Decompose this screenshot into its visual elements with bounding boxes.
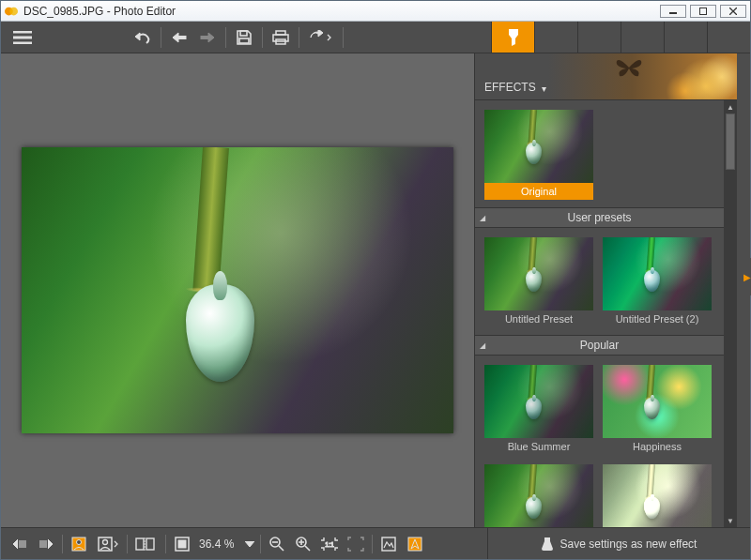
svg-rect-5: [13, 37, 32, 38]
section-user-presets[interactable]: ◢ User presets: [475, 207, 724, 228]
section-label: Popular: [490, 339, 724, 352]
svg-rect-10: [239, 38, 249, 43]
panel-scrollbar[interactable]: ▲ ▼: [724, 100, 737, 527]
svg-rect-19: [682, 34, 694, 45]
effect-thumb[interactable]: Happiness: [603, 365, 712, 455]
maximize-button[interactable]: [690, 5, 716, 18]
tab-retouch[interactable]: [621, 22, 664, 53]
window-title: DSC_0985.JPG - Photo Editor: [23, 5, 660, 18]
svg-text:1:1: 1:1: [325, 541, 334, 548]
effect-thumb[interactable]: Blue Summer: [484, 365, 593, 455]
tab-effects[interactable]: [491, 22, 534, 53]
view-mode-single-button[interactable]: [66, 528, 92, 559]
svg-rect-9: [240, 31, 247, 36]
section-label: User presets: [490, 211, 724, 224]
actual-size-button[interactable]: 1:1: [316, 528, 343, 559]
app-icon: [5, 5, 18, 18]
tab-crop[interactable]: [534, 22, 577, 53]
navigator-button[interactable]: [402, 528, 428, 559]
bottom-toolbar: 36.4 % 1:1 Save settings as new effect: [1, 527, 750, 559]
undo-button[interactable]: [129, 22, 157, 53]
effect-thumb[interactable]: Untitled Preset (2): [603, 237, 712, 327]
svg-rect-8: [201, 36, 210, 38]
close-button[interactable]: [720, 5, 746, 18]
svg-rect-7: [176, 36, 186, 38]
side-expand-handle[interactable]: ▶: [743, 258, 751, 295]
scroll-down-icon[interactable]: ▼: [726, 516, 735, 525]
effects-panel: EFFECTS ▾ Original ◢: [474, 53, 737, 527]
svg-rect-27: [178, 540, 186, 548]
histogram-button[interactable]: [376, 528, 402, 559]
zoom-dropdown[interactable]: [242, 528, 257, 559]
svg-point-16: [596, 40, 600, 44]
zoom-in-button[interactable]: [290, 528, 316, 559]
forward-button[interactable]: [193, 22, 222, 53]
compare-split-button[interactable]: [130, 528, 162, 559]
scroll-up-icon[interactable]: ▲: [726, 102, 735, 112]
thumb-label: Blue Summer: [484, 438, 593, 455]
minimize-button[interactable]: [660, 5, 686, 18]
thumb-label: Happiness: [603, 438, 712, 455]
scroll-thumb[interactable]: [726, 114, 735, 170]
zoom-level: 36.4 %: [199, 537, 238, 551]
section-popular[interactable]: ◢ Popular: [475, 335, 724, 356]
image-canvas[interactable]: [22, 147, 453, 433]
thumb-label: Untitled Preset (2): [603, 310, 712, 327]
svg-rect-6: [13, 42, 32, 44]
prev-image-button[interactable]: [7, 528, 33, 559]
effect-thumb-original[interactable]: Original: [484, 110, 593, 200]
save-button[interactable]: [230, 22, 258, 53]
flowers-decoration: [634, 53, 737, 100]
effects-header-label: EFFECTS: [484, 81, 536, 94]
disclosure-triangle-icon: ◢: [475, 214, 490, 222]
chevron-down-icon: ▾: [542, 83, 546, 94]
tab-text[interactable]: [707, 22, 750, 53]
effects-header[interactable]: EFFECTS ▾: [475, 53, 737, 100]
flask-icon: [542, 537, 553, 552]
effect-thumb[interactable]: [484, 464, 593, 527]
view-mode-compare-button[interactable]: [92, 528, 124, 559]
svg-point-14: [594, 31, 598, 35]
disclosure-triangle-icon: ◢: [475, 341, 490, 350]
next-image-button[interactable]: [33, 528, 59, 559]
svg-rect-24: [136, 538, 144, 550]
thumb-label: Original: [484, 183, 593, 200]
menu-button[interactable]: [8, 22, 37, 53]
canvas-area[interactable]: [1, 53, 474, 527]
scroll-track[interactable]: [726, 114, 735, 514]
tab-adjust[interactable]: [577, 22, 621, 53]
svg-point-23: [103, 539, 108, 544]
save-effect-label: Save settings as new effect: [560, 537, 697, 551]
mode-tabs: [491, 22, 750, 53]
back-button[interactable]: [165, 22, 193, 53]
thumb-label: Untitled Preset: [484, 310, 593, 327]
window-controls: [660, 5, 746, 18]
window-titlebar: DSC_0985.JPG - Photo Editor: [1, 1, 750, 22]
tab-textures[interactable]: [664, 22, 707, 53]
svg-rect-3: [700, 8, 707, 14]
fit-screen-button[interactable]: [169, 528, 195, 559]
svg-point-15: [602, 36, 605, 39]
top-toolbar: [1, 22, 750, 53]
svg-point-21: [77, 539, 82, 544]
save-as-effect-button[interactable]: Save settings as new effect: [487, 528, 750, 559]
effect-thumb[interactable]: [603, 464, 712, 527]
print-button[interactable]: [267, 22, 295, 53]
svg-rect-2: [669, 12, 677, 14]
effect-thumb[interactable]: Untitled Preset: [484, 237, 593, 327]
zoom-out-button[interactable]: [264, 528, 290, 559]
svg-rect-25: [146, 538, 154, 550]
fullscreen-button[interactable]: [343, 528, 369, 559]
svg-point-1: [9, 7, 18, 15]
svg-rect-17: [637, 30, 649, 45]
svg-rect-4: [13, 31, 32, 33]
export-button[interactable]: [303, 22, 339, 53]
